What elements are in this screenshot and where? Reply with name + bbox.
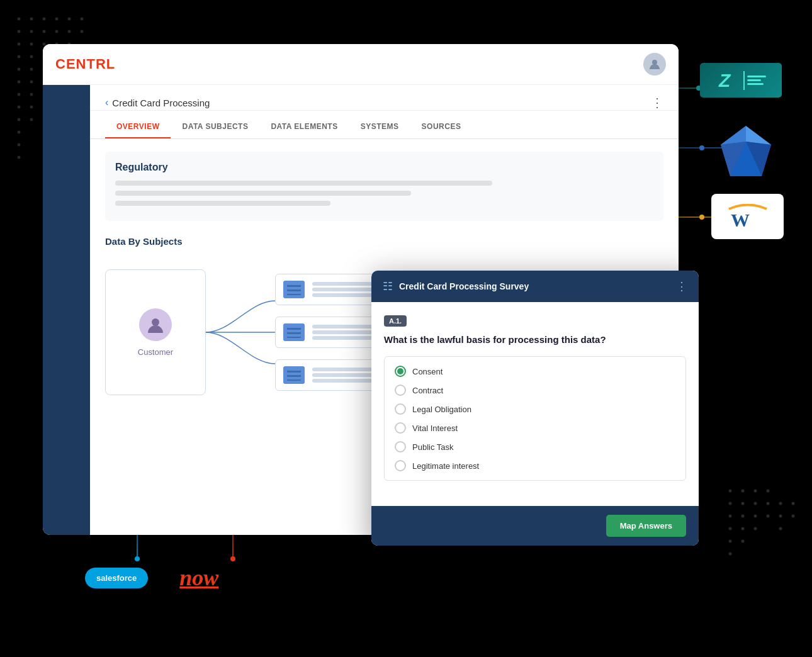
options-box: Consent Contract Legal Obligation Vital … xyxy=(384,356,686,481)
svg-point-57 xyxy=(779,527,782,531)
map-answers-button[interactable]: Map Answers xyxy=(606,515,686,537)
workato-icon: W xyxy=(726,204,770,229)
svg-rect-91 xyxy=(287,378,301,379)
svg-point-68 xyxy=(135,556,140,561)
svg-point-72 xyxy=(152,318,159,326)
user-avatar[interactable] xyxy=(643,53,666,76)
survey-window: ☷ Credit Card Processing Survey ⋮ A.1. W… xyxy=(371,271,699,546)
survey-title-row: ☷ Credit Card Processing Survey xyxy=(383,279,529,293)
svg-point-3 xyxy=(55,18,59,21)
regulatory-section: Regulatory xyxy=(105,152,663,221)
option-legitimate-interest-label: Legitimate interest xyxy=(412,461,479,471)
svg-point-27 xyxy=(18,106,21,109)
option-legal-obligation[interactable]: Legal Obligation xyxy=(395,403,675,415)
svg-point-8 xyxy=(43,30,46,33)
browser-header: CENTRL xyxy=(43,44,679,85)
svg-point-35 xyxy=(729,490,732,493)
svg-point-56 xyxy=(792,515,795,518)
question-badge: A.1. xyxy=(384,315,407,327)
sidebar xyxy=(43,85,90,535)
more-options-icon[interactable]: ⋮ xyxy=(651,95,663,110)
customer-avatar xyxy=(139,308,172,341)
back-nav[interactable]: ‹ Credit Card Processing xyxy=(105,97,210,108)
survey-body: A.1. What is the lawful basis for proces… xyxy=(371,302,699,506)
svg-point-0 xyxy=(18,18,21,21)
data-subjects-title: Data By Subjects xyxy=(105,236,663,247)
regulatory-bar-2 xyxy=(115,191,411,196)
regulatory-title: Regulatory xyxy=(115,162,653,173)
tab-sources[interactable]: SOURCES xyxy=(410,116,473,138)
svg-rect-89 xyxy=(287,369,301,371)
tab-data-elements[interactable]: DATA ELEMENTS xyxy=(259,116,349,138)
svg-rect-85 xyxy=(287,335,301,337)
azure-icon xyxy=(714,123,777,182)
svg-point-17 xyxy=(18,55,21,59)
radio-contract[interactable] xyxy=(395,385,406,396)
option-vital-interest-label: Vital Interest xyxy=(412,424,458,433)
option-contract-label: Contract xyxy=(412,386,443,395)
survey-icon: ☷ xyxy=(383,279,393,293)
svg-text:W: W xyxy=(731,210,750,229)
option-public-task[interactable]: Public Task xyxy=(395,441,675,452)
svg-point-34 xyxy=(30,118,33,121)
svg-point-7 xyxy=(30,30,33,33)
survey-footer: Map Answers xyxy=(371,506,699,546)
back-arrow-icon: ‹ xyxy=(105,97,108,108)
svg-point-65 xyxy=(699,215,704,220)
option-consent[interactable]: Consent xyxy=(395,366,675,377)
option-vital-interest[interactable]: Vital Interest xyxy=(395,422,675,434)
svg-point-21 xyxy=(18,68,21,71)
subject-connector xyxy=(206,269,275,395)
option-public-task-label: Public Task xyxy=(412,442,454,452)
tab-data-subjects[interactable]: DATA SUBJECTS xyxy=(171,116,259,138)
svg-point-18 xyxy=(30,55,33,59)
svg-point-37 xyxy=(754,490,757,493)
customer-label: Customer xyxy=(138,347,173,357)
svg-point-43 xyxy=(729,515,732,518)
bottom-logos: salesforce now xyxy=(85,564,218,591)
survey-title: Credit Card Processing Survey xyxy=(399,281,529,291)
svg-point-5 xyxy=(81,18,84,21)
survey-header: ☷ Credit Card Processing Survey ⋮ xyxy=(371,271,699,302)
svg-point-9 xyxy=(55,30,59,33)
svg-point-70 xyxy=(230,556,235,561)
svg-marker-95 xyxy=(721,126,746,145)
radio-public-task[interactable] xyxy=(395,441,406,452)
svg-point-6 xyxy=(18,30,21,33)
svg-point-36 xyxy=(742,490,745,493)
svg-point-42 xyxy=(767,502,770,505)
option-legitimate-interest[interactable]: Legitimate interest xyxy=(395,460,675,471)
svg-marker-94 xyxy=(746,126,771,145)
svg-point-13 xyxy=(30,43,33,46)
svg-point-49 xyxy=(754,527,757,531)
svg-point-33 xyxy=(30,106,33,109)
svg-point-31 xyxy=(18,156,21,159)
option-contract[interactable]: Contract xyxy=(395,385,675,396)
radio-legitimate-interest[interactable] xyxy=(395,460,406,471)
svg-point-24 xyxy=(18,81,21,84)
svg-point-48 xyxy=(742,527,745,531)
tab-systems[interactable]: SYSTEMS xyxy=(349,116,410,138)
survey-more-icon[interactable]: ⋮ xyxy=(676,279,687,293)
workato-integration: W xyxy=(711,194,784,239)
zapier-icon: Z xyxy=(716,69,741,91)
svg-point-41 xyxy=(754,502,757,505)
radio-legal-obligation[interactable] xyxy=(395,403,406,415)
svg-point-44 xyxy=(742,515,745,518)
svg-point-40 xyxy=(742,502,745,505)
svg-point-51 xyxy=(742,540,745,543)
svg-point-32 xyxy=(30,93,33,96)
tab-overview[interactable]: OVERVIEW xyxy=(105,116,171,138)
radio-vital-interest[interactable] xyxy=(395,422,406,434)
tabs-bar: OVERVIEW DATA SUBJECTS DATA ELEMENTS SYS… xyxy=(90,116,679,139)
servicenow-label: now xyxy=(179,565,218,590)
svg-point-45 xyxy=(754,515,757,518)
svg-point-39 xyxy=(729,502,732,505)
svg-text:Z: Z xyxy=(718,70,731,91)
svg-point-30 xyxy=(18,143,21,147)
svg-point-22 xyxy=(30,68,33,71)
svg-point-71 xyxy=(652,60,657,65)
svg-rect-90 xyxy=(287,374,301,375)
app-logo: CENTRL xyxy=(55,56,115,72)
radio-consent[interactable] xyxy=(395,366,406,377)
